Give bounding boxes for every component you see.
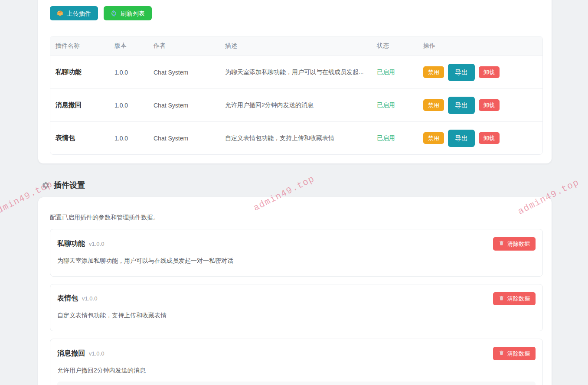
plugin-version: v1.0.0 [82, 295, 97, 302]
plugin-toolbar: 上传插件 刷新列表 [50, 6, 543, 20]
uninstall-button[interactable]: 卸载 [479, 99, 500, 111]
package-icon [57, 10, 63, 16]
uninstall-button[interactable]: 卸载 [479, 66, 500, 78]
settings-section-title: 插件设置 [54, 180, 85, 190]
plugin-settings-panel: 配置已启用插件的参数和管理插件数据。 私聊功能 v1.0.0 清除数据 为聊天室… [38, 197, 552, 385]
author-cell: Chat System [154, 69, 225, 76]
status-badge: 已启用 [377, 69, 423, 76]
setting-card-private-chat: 私聊功能 v1.0.0 清除数据 为聊天室添加私聊功能，用户可以与在线成员发起一… [50, 229, 543, 277]
header-plugin-name: 插件名称 [56, 42, 114, 50]
table-row: 私聊功能 1.0.0 Chat System 为聊天室添加私聊功能，用户可以与在… [50, 55, 542, 88]
row-actions: 禁用 导出 卸载 [423, 64, 537, 81]
version-cell: 1.0.0 [114, 102, 154, 109]
description-cell: 为聊天室添加私聊功能，用户可以与在线成员发起... [225, 69, 377, 76]
export-button[interactable]: 导出 [448, 64, 475, 81]
clear-data-button[interactable]: 清除数据 [493, 292, 536, 306]
export-button[interactable]: 导出 [448, 130, 475, 147]
clear-data-label: 清除数据 [507, 295, 530, 302]
header-description: 描述 [225, 42, 377, 50]
header-actions: 操作 [423, 42, 537, 50]
recall-config-panel: 撤回时限（秒） [57, 382, 536, 385]
version-cell: 1.0.0 [114, 69, 154, 76]
header-author: 作者 [154, 42, 225, 50]
setting-card-message-recall: 消息撤回 v1.0.0 清除数据 允许用户撤回2分钟内发送的消息 撤回时限（秒） [50, 339, 543, 385]
plugin-version: v1.0.0 [89, 241, 104, 247]
header-version: 版本 [114, 42, 154, 50]
upload-plugin-label: 上传插件 [67, 10, 91, 16]
clear-data-button[interactable]: 清除数据 [493, 237, 536, 251]
trash-icon [499, 295, 504, 303]
version-cell: 1.0.0 [114, 135, 154, 142]
settings-intro-text: 配置已启用插件的参数和管理插件数据。 [50, 214, 543, 222]
description-cell: 自定义表情包功能，支持上传和收藏表情 [225, 134, 377, 142]
clear-data-label: 清除数据 [507, 241, 530, 248]
export-button[interactable]: 导出 [448, 97, 475, 114]
setting-card-title: 私聊功能 v1.0.0 [57, 239, 104, 248]
refresh-list-button[interactable]: 刷新列表 [104, 6, 152, 20]
status-badge: 已启用 [377, 134, 423, 142]
plugin-table: 插件名称 版本 作者 描述 状态 操作 私聊功能 1.0.0 Chat Syst… [50, 36, 543, 155]
status-badge: 已启用 [377, 101, 423, 109]
description-cell: 允许用户撤回2分钟内发送的消息 [225, 101, 377, 109]
row-actions: 禁用 导出 卸载 [423, 130, 537, 147]
table-row: 消息撤回 1.0.0 Chat System 允许用户撤回2分钟内发送的消息 已… [50, 88, 542, 121]
row-actions: 禁用 导出 卸载 [423, 97, 537, 114]
plugin-name-cell: 消息撤回 [56, 101, 114, 109]
trash-icon [499, 240, 504, 248]
upload-plugin-button[interactable]: 上传插件 [50, 6, 98, 20]
trash-icon [499, 350, 504, 357]
disable-button[interactable]: 禁用 [423, 66, 444, 78]
header-status: 状态 [377, 42, 423, 50]
plugin-version: v1.0.0 [89, 350, 104, 357]
setting-card-title: 表情包 v1.0.0 [57, 294, 97, 303]
plugin-table-header: 插件名称 版本 作者 描述 状态 操作 [50, 36, 542, 55]
uninstall-button[interactable]: 卸载 [479, 132, 500, 144]
plugin-description: 为聊天室添加私聊功能，用户可以与在线成员发起一对一私密对话 [57, 257, 536, 265]
refresh-list-label: 刷新列表 [121, 10, 145, 16]
disable-button[interactable]: 禁用 [423, 132, 444, 144]
plugin-description: 自定义表情包功能，支持上传和收藏表情 [57, 312, 536, 320]
setting-card-title: 消息撤回 v1.0.0 [57, 349, 104, 358]
refresh-icon [111, 10, 117, 16]
clear-data-button[interactable]: 清除数据 [493, 347, 536, 360]
author-cell: Chat System [154, 102, 225, 109]
plugin-name: 私聊功能 [57, 239, 85, 248]
plugin-name-cell: 表情包 [56, 134, 114, 142]
plugin-name: 消息撤回 [57, 349, 85, 358]
clear-data-label: 清除数据 [507, 350, 530, 357]
setting-card-emoji-pack: 表情包 v1.0.0 清除数据 自定义表情包功能，支持上传和收藏表情 [50, 284, 543, 332]
table-row: 表情包 1.0.0 Chat System 自定义表情包功能，支持上传和收藏表情… [50, 121, 542, 154]
plugin-name: 表情包 [57, 294, 78, 303]
plugin-list-panel: 上传插件 刷新列表 插件名称 版本 作者 描述 状态 操作 私聊功能 1.0.0… [38, 0, 552, 163]
settings-section-header: 插件设置 [42, 180, 85, 190]
plugin-name-cell: 私聊功能 [56, 68, 114, 76]
author-cell: Chat System [154, 135, 225, 142]
disable-button[interactable]: 禁用 [423, 99, 444, 111]
plugin-description: 允许用户撤回2分钟内发送的消息 [57, 367, 536, 375]
gear-icon [42, 181, 50, 189]
